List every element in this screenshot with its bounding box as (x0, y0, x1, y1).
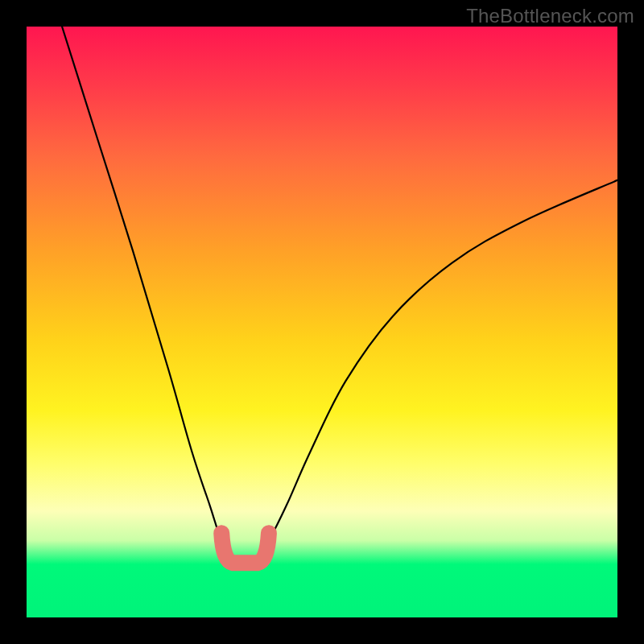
bottleneck-curve (62, 27, 617, 561)
chart-frame (0, 0, 644, 644)
bottleneck-curve-svg (27, 27, 617, 617)
chart-plot-area (27, 27, 617, 617)
watermark-text: TheBottleneck.com (466, 5, 634, 27)
optimal-range-marker (221, 533, 269, 563)
